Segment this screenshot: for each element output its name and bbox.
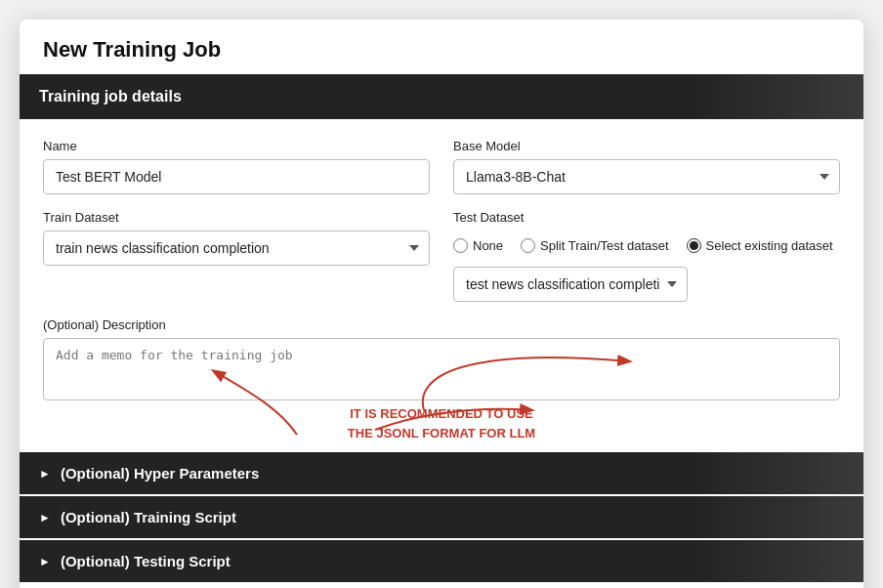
modal-title: New Training Job [20, 20, 863, 74]
test-dataset-select-row: test news classification completi... [453, 267, 840, 302]
radio-select[interactable] [687, 238, 701, 253]
test-dataset-label: Test Dataset [453, 210, 840, 225]
chevron-testing-icon: ► [39, 555, 51, 568]
chevron-training-icon: ► [39, 511, 51, 525]
test-dataset-group: Test Dataset None Split Train/Test datas… [453, 210, 840, 302]
test-dataset-radio-group: None Split Train/Test dataset Select exi… [453, 238, 840, 259]
radio-none-label[interactable]: None [453, 238, 503, 253]
section-header: Training job details [20, 74, 863, 119]
name-group: Name [43, 139, 430, 194]
optional-testing-script[interactable]: ► (Optional) Testing Script [20, 540, 863, 582]
name-label: Name [43, 139, 430, 153]
test-dataset-dropdown[interactable]: test news classification completi... [453, 267, 688, 302]
description-label: (Optional) Description [43, 317, 840, 332]
chevron-hyper-icon: ► [39, 467, 51, 481]
optional-training-script[interactable]: ► (Optional) Training Script [20, 496, 863, 538]
form-row-name-basemodel: Name Base Model Llama3-8B-Chat GPT-4 BER… [43, 139, 840, 194]
description-group: (Optional) Description [43, 317, 840, 400]
radio-split[interactable] [521, 238, 535, 253]
optional-hyper-params[interactable]: ► (Optional) Hyper Parameters [20, 452, 863, 494]
radio-select-label[interactable]: Select existing dataset [687, 238, 833, 253]
description-block: (Optional) Description IT IS RECOMMENDED… [43, 317, 840, 442]
base-model-group: Base Model Llama3-8B-Chat GPT-4 BERT [453, 139, 840, 194]
form-row-datasets: Train Dataset train news classification … [43, 210, 840, 302]
train-dataset-label: Train Dataset [43, 210, 430, 225]
train-dataset-select[interactable]: train news classification completion [43, 231, 430, 266]
annotation-text: IT IS RECOMMENDED TO USE THE JSONL FORMA… [43, 404, 840, 442]
name-input[interactable] [43, 159, 430, 194]
new-training-job-modal: New Training Job Training job details Na… [20, 20, 863, 588]
radio-none[interactable] [453, 238, 468, 253]
modal-footer: CANCEL START NEW TRAINING JOB [20, 584, 863, 588]
description-textarea[interactable] [43, 338, 840, 400]
base-model-select[interactable]: Llama3-8B-Chat GPT-4 BERT [453, 159, 840, 194]
radio-split-label[interactable]: Split Train/Test dataset [521, 238, 669, 253]
train-dataset-group: Train Dataset train news classification … [43, 210, 430, 302]
form-body: Name Base Model Llama3-8B-Chat GPT-4 BER… [20, 119, 863, 452]
base-model-label: Base Model [453, 139, 840, 153]
optional-sections-block: ► (Optional) Hyper Parameters ► (Optiona… [20, 452, 863, 584]
